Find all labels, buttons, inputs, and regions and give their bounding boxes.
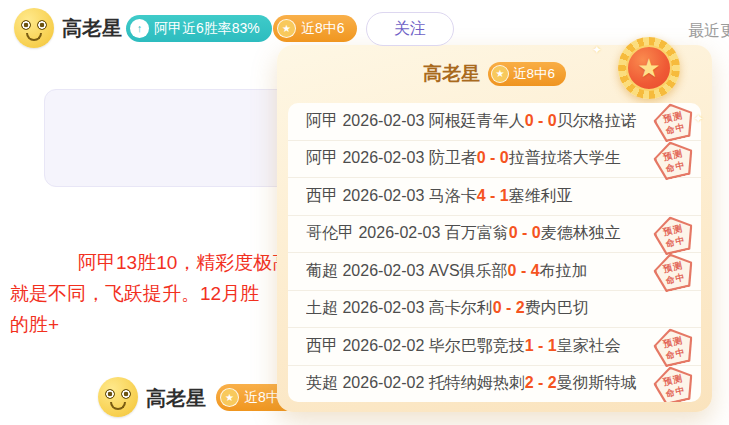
match-home: 阿根廷青年人 [429, 112, 525, 129]
prediction-hit-stamp: 预测命中 [650, 362, 697, 402]
streak-badge: ★ 近8中6 [488, 62, 566, 86]
match-away: 曼彻斯特城 [557, 374, 637, 391]
match-away: 麦德林独立 [541, 224, 621, 241]
match-home: 托特纳姆热刺 [429, 374, 525, 391]
match-score: 2 - 2 [525, 374, 557, 391]
match-date: 2026-02-03 [342, 149, 424, 166]
author-avatar[interactable] [98, 377, 138, 417]
match-date: 2026-02-02 [342, 374, 424, 391]
author-name[interactable]: 高老星 [62, 15, 122, 42]
prediction-popup: 高老星 ★ 近8中6 ✦ ✦ ★ 阿甲 2026-02-03 阿根廷青年人0 -… [277, 45, 712, 412]
avatar-eye-icon [37, 20, 47, 30]
popup-author-name: 高老星 [423, 61, 480, 87]
author-avatar[interactable] [14, 8, 54, 48]
match-home: AVS俱乐部 [429, 262, 508, 279]
winrate-badge-label: 阿甲近6胜率83% [154, 20, 260, 38]
match-league: 英超 [306, 374, 338, 391]
match-score: 1 - 1 [525, 337, 557, 354]
match-row[interactable]: 阿甲 2026-02-03 阿根廷青年人0 - 0贝尔格拉诺 预测命中 [288, 103, 701, 141]
avatar-mouth-icon [26, 33, 42, 41]
match-league: 阿甲 [306, 112, 338, 129]
match-score: 0 - 0 [509, 224, 541, 241]
match-away: 费内巴切 [525, 299, 589, 316]
page: 阿甲13胜10，精彩度极高 就是不同，飞跃提升。12月胜 的胜+ 高老星 ★ 近… [0, 0, 729, 425]
match-score: 0 - 0 [477, 149, 509, 166]
prediction-hit-stamp: 预测命中 [650, 137, 697, 182]
up-arrow-icon: ↑ [130, 19, 149, 38]
match-row[interactable]: 阿甲 2026-02-03 防卫者0 - 0拉普拉塔大学生 预测命中 [288, 141, 701, 179]
match-away: 皇家社会 [557, 337, 621, 354]
star-icon: ★ [220, 388, 239, 407]
match-league: 西甲 [306, 187, 338, 204]
match-away: 贝尔格拉诺 [557, 112, 637, 129]
medal-star-icon: ★ [637, 55, 660, 81]
recent-update-link[interactable]: 最近更新 [688, 21, 729, 42]
match-away: 拉普拉塔大学生 [509, 149, 621, 166]
medal-inner-icon: ★ [626, 45, 672, 91]
match-league: 阿甲 [306, 149, 338, 166]
streak-badge: ★ 近8中6 [273, 15, 357, 42]
match-score: 4 - 1 [477, 187, 509, 204]
match-row[interactable]: 土超 2026-02-03 高卡尔利0 - 2费内巴切 [288, 291, 701, 329]
match-date: 2026-02-03 [342, 187, 424, 204]
streak-badge-label: 近8中6 [301, 20, 345, 38]
match-row[interactable]: 西甲 2026-02-03 马洛卡4 - 1塞维利亚 [288, 178, 701, 216]
prediction-hit-stamp: 预测命中 [650, 103, 697, 144]
match-home: 马洛卡 [429, 187, 477, 204]
match-league: 葡超 [306, 262, 338, 279]
avatar-eye-icon [121, 389, 131, 399]
avatar-eye-icon [21, 20, 31, 30]
match-score: 0 - 0 [525, 112, 557, 129]
match-home: 高卡尔利 [429, 299, 493, 316]
match-away: 布拉加 [540, 262, 588, 279]
streak-badge-label: 近8中6 [513, 65, 555, 83]
match-row[interactable]: 英超 2026-02-02 托特纳姆热刺2 - 2曼彻斯特城 预测命中 [288, 366, 701, 403]
star-icon: ★ [491, 65, 509, 83]
match-row[interactable]: 葡超 2026-02-03 AVS俱乐部0 - 4布拉加 预测命中 [288, 253, 701, 291]
popup-header: 高老星 ★ 近8中6 ✦ ✦ ★ [277, 45, 712, 103]
match-date: 2026-02-03 [342, 262, 424, 279]
match-league: 哥伦甲 [306, 224, 354, 241]
author-name[interactable]: 高老星 [146, 385, 206, 412]
match-home: 百万富翁 [445, 224, 509, 241]
match-home: 毕尔巴鄂竞技 [429, 337, 525, 354]
match-league: 西甲 [306, 337, 338, 354]
prediction-hit-stamp: 预测命中 [650, 249, 697, 294]
match-league: 土超 [306, 299, 338, 316]
match-home: 防卫者 [429, 149, 477, 166]
match-list: 阿甲 2026-02-03 阿根廷青年人0 - 0贝尔格拉诺 预测命中 阿甲 2… [288, 103, 701, 402]
match-score: 0 - 4 [508, 262, 540, 279]
avatar-mouth-icon [110, 402, 126, 410]
match-away: 塞维利亚 [509, 187, 573, 204]
follow-button[interactable]: 关注 [366, 12, 454, 46]
prediction-hit-stamp: 预测命中 [650, 212, 697, 257]
match-row[interactable]: 西甲 2026-02-02 毕尔巴鄂竞技1 - 1皇家社会 预测命中 [288, 328, 701, 366]
match-date: 2026-02-02 [342, 337, 424, 354]
match-date: 2026-02-03 [342, 112, 424, 129]
prediction-hit-stamp: 预测命中 [650, 324, 697, 369]
star-icon: ★ [277, 19, 296, 38]
match-score: 0 - 2 [493, 299, 525, 316]
match-date: 2026-02-03 [358, 224, 440, 241]
match-date: 2026-02-03 [342, 299, 424, 316]
author-bar: 高老星 ↑ 阿甲近6胜率83% ★ 近8中6 关注 最近更新 [0, 0, 729, 50]
winrate-badge: ↑ 阿甲近6胜率83% [126, 15, 272, 42]
sparkle-icon: ✦ [693, 111, 704, 126]
avatar-eye-icon [105, 389, 115, 399]
match-row[interactable]: 哥伦甲 2026-02-03 百万富翁0 - 0麦德林独立 预测命中 [288, 216, 701, 254]
